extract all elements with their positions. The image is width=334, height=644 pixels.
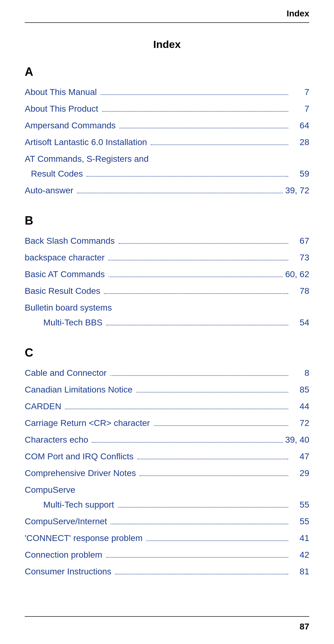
entry-text: Carriage Return <CR> character: [25, 418, 150, 428]
list-item: AT Commands, S-Registers and: [25, 154, 309, 168]
list-item: COM Port and IRQ Conflicts 47: [25, 452, 309, 465]
entry-dots: [118, 507, 288, 508]
entry-page: 85: [291, 385, 309, 395]
entry-text: About This Manual: [25, 87, 97, 97]
list-item: Artisoft Lantastic 6.0 Installation 28: [25, 137, 309, 151]
list-item: Basic AT Commands 60, 62: [25, 269, 309, 283]
entry-page: 39, 72: [285, 186, 309, 195]
entry-text: 'CONNECT' response problem: [25, 533, 143, 543]
entry-page: 28: [291, 137, 309, 147]
page-container: Index Index A About This Manual 7 About …: [0, 0, 334, 644]
list-item: Bulletin board systems: [25, 303, 309, 316]
entry-page: 81: [291, 567, 309, 577]
entry-page: 7: [291, 87, 309, 97]
list-item: Characters echo 39, 40: [25, 435, 309, 449]
list-item: Cable and Connector 8: [25, 368, 309, 382]
list-item: Back Slash Commands 67: [25, 236, 309, 250]
entry-text: backspace character: [25, 253, 105, 263]
entry-page: 8: [291, 368, 309, 378]
entry-text: AT Commands, S-Registers and: [25, 154, 148, 164]
entry-page: 44: [291, 401, 309, 411]
list-item: Connection problem 42: [25, 550, 309, 564]
entry-dots: [110, 375, 288, 376]
entry-dots: [119, 128, 288, 128]
entry-text: Back Slash Commands: [25, 236, 115, 246]
entry-page: 67: [291, 236, 309, 246]
entry-text: About This Product: [25, 104, 98, 114]
entry-page: 7: [291, 104, 309, 114]
entry-dots: [111, 524, 288, 524]
page-title-section: Index: [25, 38, 309, 50]
entry-page: 41: [291, 533, 309, 543]
entry-text: COM Port and IRQ Conflicts: [25, 452, 134, 462]
entry-page: 60, 62: [285, 269, 309, 279]
header-title: Index: [287, 9, 309, 19]
entry-text: Bulletin board systems: [25, 303, 112, 313]
entry-page: 39, 40: [285, 435, 309, 445]
entry-dots: [87, 176, 288, 177]
entry-page: 59: [291, 169, 309, 179]
entry-dots: [115, 574, 288, 574]
entry-dots: [108, 260, 288, 260]
entry-page: 29: [291, 468, 309, 478]
entry-dots: [106, 325, 288, 325]
entry-text: CompuServe/Internet: [25, 517, 107, 526]
page-header: Index: [25, 0, 309, 23]
list-item: Ampersand Commands 64: [25, 121, 309, 134]
entry-dots: [137, 459, 288, 459]
list-item: Multi-Tech support 55: [25, 500, 309, 513]
list-item: About This Product 7: [25, 104, 309, 118]
entry-text: Basic AT Commands: [25, 269, 105, 279]
list-item: Canadian Limitations Notice 85: [25, 385, 309, 398]
page-title: Index: [153, 38, 181, 50]
entry-dots: [146, 540, 288, 541]
entry-page: 78: [291, 286, 309, 296]
list-item: 'CONNECT' response problem 41: [25, 533, 309, 547]
entry-dots: [106, 557, 288, 558]
entry-text: Multi-Tech BBS: [43, 318, 102, 328]
list-item: Auto-answer 39, 72: [25, 186, 309, 199]
entry-text: Characters echo: [25, 435, 88, 445]
section-letter-a: A: [25, 65, 309, 79]
entry-page: 64: [291, 121, 309, 131]
page-footer: 87: [25, 616, 309, 632]
entry-dots: [65, 409, 288, 409]
entry-dots: [136, 392, 288, 393]
entry-page: 47: [291, 452, 309, 462]
footer-page-number: 87: [300, 622, 309, 632]
entry-page: 54: [291, 318, 309, 328]
list-item: Multi-Tech BBS 54: [25, 318, 309, 331]
list-item: CompuServe: [25, 485, 309, 499]
entry-text: Cable and Connector: [25, 368, 107, 378]
list-item: CARDEN 44: [25, 401, 309, 415]
entry-dots: [102, 111, 288, 112]
entry-dots: [92, 442, 283, 443]
entry-dots: [77, 193, 283, 193]
entry-text: Basic Result Codes: [25, 286, 100, 296]
entry-text: Connection problem: [25, 550, 102, 560]
entry-page: 55: [291, 517, 309, 526]
list-item: Result Codes 59: [25, 169, 309, 182]
entry-text: Multi-Tech support: [43, 500, 114, 510]
entry-page: 73: [291, 253, 309, 263]
entry-dots: [104, 293, 288, 294]
entry-dots: [151, 144, 288, 145]
list-item: Consumer Instructions 81: [25, 567, 309, 580]
list-item: About This Manual 7: [25, 87, 309, 101]
entry-page: 72: [291, 418, 309, 428]
section-letter-c: C: [25, 346, 309, 359]
list-item: Carriage Return <CR> character 72: [25, 418, 309, 432]
entry-text: Artisoft Lantastic 6.0 Installation: [25, 137, 147, 147]
entry-text: Consumer Instructions: [25, 567, 111, 577]
list-item: Comprehensive Driver Notes 29: [25, 468, 309, 482]
entry-text: Auto-answer: [25, 186, 73, 195]
entry-dots: [139, 475, 288, 476]
entry-dots: [101, 94, 288, 95]
list-item: Basic Result Codes 78: [25, 286, 309, 300]
section-letter-b: B: [25, 214, 309, 227]
entry-text: Comprehensive Driver Notes: [25, 468, 136, 478]
entry-text: CARDEN: [25, 401, 61, 411]
entry-dots: [118, 243, 288, 244]
entry-text: Ampersand Commands: [25, 121, 116, 131]
entry-dots: [154, 425, 288, 426]
